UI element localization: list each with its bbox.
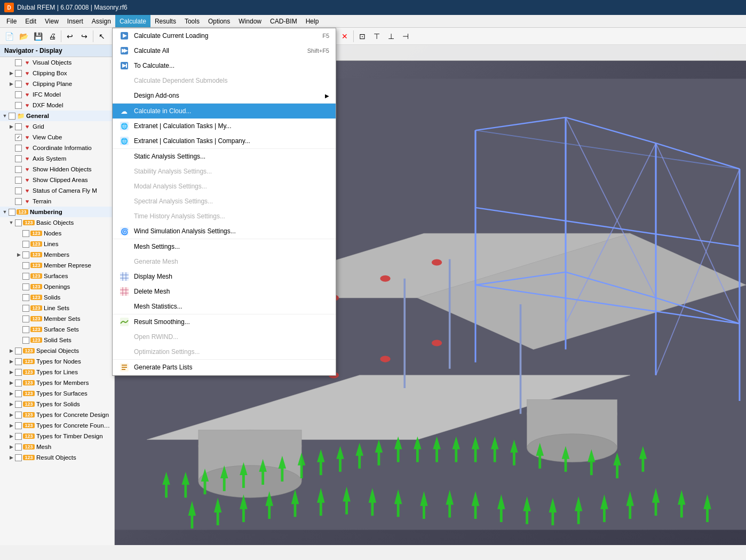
calc-all-shortcut: Shift+F5 — [307, 48, 329, 54]
svg-rect-116 — [122, 367, 127, 368]
menu-section-analysis: Static Analysis Settings... Stability An… — [113, 149, 336, 239]
mesh-stats-label: Mesh Statistics... — [134, 303, 182, 310]
menu-section-parts: Generate Parts Lists — [113, 360, 336, 375]
extranet-co-label: Extranet | Calculation Tasks | Company..… — [134, 137, 250, 145]
extranet-my-label: Extranet | Calculation Tasks | My... — [134, 122, 232, 130]
calc-current-icon — [119, 30, 130, 41]
result-smooth-icon — [119, 317, 130, 327]
design-addons-icon — [119, 90, 130, 101]
menu-item-timehistory: Time History Analysis Settings... — [113, 209, 336, 224]
menu-item-spectral: Spectral Analysis Settings... — [113, 194, 336, 209]
timehistory-icon — [119, 211, 130, 222]
menu-item-static[interactable]: Static Analysis Settings... — [113, 149, 336, 164]
svg-text:☁: ☁ — [121, 107, 128, 115]
svg-rect-108 — [120, 287, 129, 296]
submenu-arrow: ▶ — [325, 93, 329, 99]
spectral-label: Spectral Analysis Settings... — [134, 198, 213, 205]
del-mesh-label: Delete Mesh — [134, 288, 170, 295]
calc-dep-label: Calculate Dependent Submodels — [134, 77, 227, 84]
dropdown-overlay[interactable]: Calculate Current Loading F5 Calculate A… — [0, 0, 746, 545]
open-rwind-label: Open RWIND... — [134, 333, 178, 341]
modal-icon — [119, 181, 130, 192]
disp-mesh-icon — [119, 271, 130, 282]
menu-item-gen-parts[interactable]: Generate Parts Lists — [113, 360, 336, 375]
calc-current-shortcut: F5 — [322, 33, 329, 39]
svg-rect-115 — [122, 365, 127, 366]
menu-section-mesh: Mesh Settings... Generate Mesh Display M… — [113, 239, 336, 314]
stability-label: Stability Analysis Settings... — [134, 168, 212, 175]
menu-item-mesh-stats[interactable]: Mesh Statistics... — [113, 299, 336, 314]
optim-icon — [119, 346, 130, 357]
calculate-dropdown-menu: Calculate Current Loading F5 Calculate A… — [112, 28, 336, 376]
menu-section-cloud: ☁ Calculate in Cloud... 🌐 Extranet | Cal… — [113, 104, 336, 149]
svg-text:🌐: 🌐 — [121, 137, 128, 145]
wind-label: Wind Simulation Analysis Settings... — [134, 227, 236, 235]
menu-item-stability: Stability Analysis Settings... — [113, 164, 336, 179]
extranet-co-icon: 🌐 — [119, 136, 130, 146]
menu-item-disp-mesh[interactable]: Display Mesh — [113, 269, 336, 284]
calc-to-icon — [119, 60, 130, 71]
menu-item-calc-to[interactable]: To Calculate... — [113, 58, 336, 73]
svg-rect-103 — [120, 272, 129, 281]
menu-item-design-addons[interactable]: Design Add-ons ▶ — [113, 88, 336, 103]
gen-mesh-label: Generate Mesh — [134, 258, 178, 265]
open-rwind-icon — [119, 332, 130, 342]
menu-item-calc-all[interactable]: Calculate All Shift+F5 — [113, 43, 336, 58]
menu-item-extranet-my[interactable]: 🌐 Extranet | Calculation Tasks | My... — [113, 119, 336, 133]
menu-item-mesh-settings[interactable]: Mesh Settings... — [113, 239, 336, 254]
calc-to-label: To Calculate... — [134, 62, 174, 69]
menu-item-extranet-co[interactable]: 🌐 Extranet | Calculation Tasks | Company… — [113, 133, 336, 148]
menu-item-optim-settings: Optimization Settings... — [113, 344, 336, 359]
menu-item-modal: Modal Analysis Settings... — [113, 179, 336, 194]
calc-current-label: Calculate Current Loading — [134, 32, 208, 40]
gen-parts-label: Generate Parts Lists — [134, 364, 192, 371]
svg-rect-117 — [122, 369, 125, 370]
static-label: Static Analysis Settings... — [134, 153, 205, 160]
wind-icon: 🌀 — [119, 226, 130, 236]
svg-text:🌀: 🌀 — [121, 227, 129, 235]
mesh-settings-label: Mesh Settings... — [134, 243, 180, 250]
calc-dep-icon — [119, 75, 130, 86]
optim-label: Optimization Settings... — [134, 348, 200, 356]
disp-mesh-label: Display Mesh — [134, 273, 172, 280]
calc-cloud-label: Calculate in Cloud... — [134, 107, 191, 115]
menu-item-open-rwind: Open RWIND... — [113, 329, 336, 344]
menu-section-result: Result Smoothing... Open RWIND... Optimi… — [113, 314, 336, 360]
mesh-stats-icon — [119, 301, 130, 312]
calc-all-label: Calculate All — [134, 47, 169, 54]
svg-text:🌐: 🌐 — [121, 122, 128, 130]
modal-label: Modal Analysis Settings... — [134, 183, 207, 190]
cloud-icon: ☁ — [119, 106, 130, 116]
menu-item-del-mesh[interactable]: Delete Mesh — [113, 284, 336, 299]
menu-item-result-smooth[interactable]: Result Smoothing... — [113, 314, 336, 329]
menu-item-calc-cloud[interactable]: ☁ Calculate in Cloud... — [113, 104, 336, 119]
static-icon — [119, 151, 130, 162]
design-addons-label: Design Add-ons — [134, 92, 179, 99]
menu-item-calc-current[interactable]: Calculate Current Loading F5 — [113, 28, 336, 43]
menu-item-gen-mesh: Generate Mesh — [113, 254, 336, 269]
del-mesh-icon — [119, 286, 130, 297]
menu-item-calc-dep: Calculate Dependent Submodels — [113, 73, 336, 88]
stability-icon — [119, 166, 130, 177]
extranet-my-icon: 🌐 — [119, 121, 130, 131]
gen-mesh-icon — [119, 256, 130, 267]
timehistory-label: Time History Analysis Settings... — [134, 212, 225, 220]
menu-section-calc: Calculate Current Loading F5 Calculate A… — [113, 28, 336, 104]
calc-all-icon — [119, 45, 130, 56]
result-smooth-label: Result Smoothing... — [134, 318, 190, 326]
gen-parts-icon — [119, 362, 130, 373]
spectral-icon — [119, 196, 130, 207]
mesh-settings-icon — [119, 241, 130, 252]
menu-item-wind[interactable]: 🌀 Wind Simulation Analysis Settings... — [113, 224, 336, 239]
